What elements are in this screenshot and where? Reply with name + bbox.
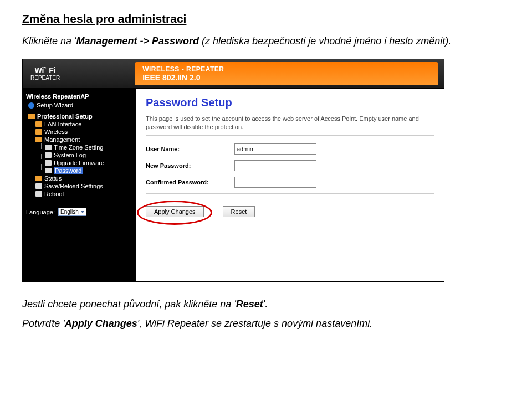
doc-paragraph-2: Jestli chcete ponechat původní, pak klik…: [22, 297, 510, 311]
page-icon: [45, 160, 52, 166]
wifi-repeater-logo: Wi ̑ Fi REPEATER: [30, 66, 60, 81]
sidebar-item-upgrade-firmware[interactable]: Upgrade Firmware: [45, 159, 132, 167]
page-title: Password Setup: [146, 96, 434, 109]
page-icon: [45, 168, 52, 173]
sidebar: Wireless Repeater/AP Setup Wizard Profes…: [23, 89, 136, 281]
sidebar-item-system-log[interactable]: System Log: [45, 151, 132, 159]
language-select[interactable]: English: [58, 208, 86, 216]
folder-icon: [35, 176, 42, 181]
divider: [146, 193, 434, 194]
divider: [146, 135, 434, 136]
sidebar-item-reboot[interactable]: Reboot: [35, 190, 132, 198]
sidebar-item-save-reload[interactable]: Save/Reload Settings: [35, 182, 132, 190]
confirmed-password-input[interactable]: [234, 177, 316, 188]
page-description: This page is used to set the account to …: [146, 115, 434, 131]
folder-icon: [35, 129, 42, 135]
folder-icon: [35, 121, 42, 127]
sidebar-item-status[interactable]: Status: [35, 174, 132, 182]
sidebar-item-management[interactable]: Management: [35, 136, 132, 143]
page-icon: [45, 152, 52, 158]
sidebar-item-time-zone[interactable]: Time Zone Setting: [45, 143, 132, 151]
sidebar-item-setup-wizard[interactable]: Setup Wizard: [28, 101, 132, 109]
header-banner: WIRELESS - REPEATER IEEE 802.IIN 2.0: [135, 62, 438, 85]
folder-icon: [28, 114, 35, 119]
doc-title: Změna hesla pro administraci: [22, 12, 510, 25]
doc-paragraph-3: Potvrďte 'Apply Changes', WiFi Repeater …: [22, 317, 510, 330]
page-icon: [45, 145, 52, 150]
main-panel: Password Setup This page is used to set …: [136, 89, 444, 281]
page-icon: [35, 191, 42, 197]
chevron-down-icon: [81, 211, 84, 213]
sidebar-root: Wireless Repeater/AP: [26, 93, 132, 100]
new-password-input[interactable]: [234, 160, 316, 171]
sidebar-item-wireless[interactable]: Wireless: [35, 128, 132, 136]
confirmed-password-label: Confirmed Password:: [146, 179, 234, 186]
app-header: Wi ̑ Fi REPEATER WIRELESS - REPEATER IEE…: [23, 59, 444, 89]
user-name-label: User Name:: [146, 146, 234, 152]
user-name-input[interactable]: [234, 143, 316, 155]
wizard-icon: [28, 102, 34, 109]
folder-icon: [35, 137, 42, 142]
apply-changes-button[interactable]: Apply Changes: [146, 206, 204, 217]
sidebar-item-password[interactable]: Password: [45, 167, 132, 174]
sidebar-item-professional-setup[interactable]: Professional Setup: [28, 112, 132, 120]
doc-paragraph-1: Klikněte na 'Management -> Password (z h…: [22, 34, 510, 48]
page-icon: [35, 183, 42, 189]
new-password-label: New Password:: [146, 162, 234, 169]
reset-button[interactable]: Reset: [223, 206, 255, 217]
router-admin-screenshot: Wi ̑ Fi REPEATER WIRELESS - REPEATER IEE…: [22, 59, 444, 282]
sidebar-item-lan-interface[interactable]: LAN Interface: [35, 120, 132, 128]
language-row: Language: English: [26, 208, 132, 216]
